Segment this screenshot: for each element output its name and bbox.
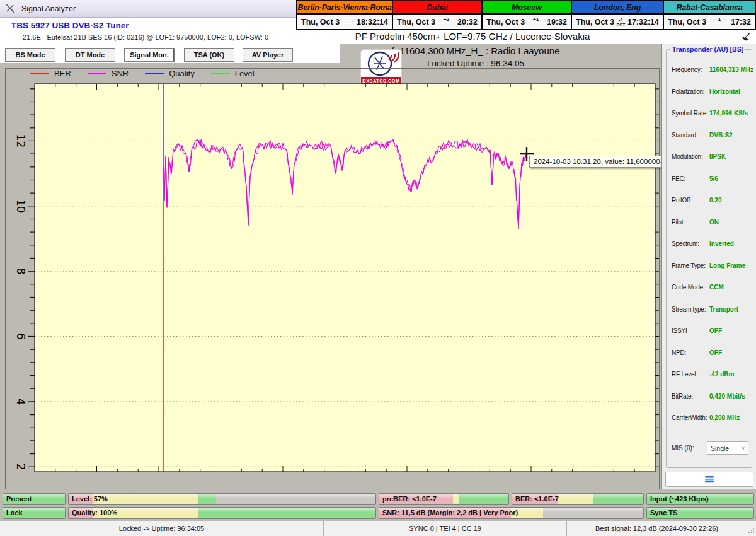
transponder-field-modulation: Modulation:8PSK	[672, 153, 748, 163]
legend-snr-label: SNR	[112, 69, 129, 78]
field-label: Modulation:	[672, 153, 707, 163]
status-lock-bar: Lock	[3, 507, 66, 519]
svg-text:4: 4	[14, 398, 27, 405]
field-label: Stream type:	[672, 306, 707, 316]
field-label: Polarization:	[672, 88, 707, 98]
field-value: CCM	[709, 284, 724, 294]
plot-area[interactable]	[35, 84, 655, 472]
clock-dubai: DubaiThu, Oct 3+220:32	[393, 1, 483, 29]
clock-moscow: MoscowThu, Oct 3+119:32	[483, 1, 572, 29]
field-label: RollOff:	[672, 197, 707, 207]
mis-label: MIS (0):	[672, 445, 707, 452]
field-value: OFF	[709, 327, 722, 337]
transponder-groupbox: Transponder (AU) [BS] Frequency:11604,31…	[666, 49, 752, 468]
y-axis-labels: 24681012	[14, 134, 27, 470]
legend-item-level: Level	[211, 69, 255, 78]
transponder-field-polarization: Polarization:Horizontal	[672, 88, 748, 98]
mis-row: MIS (0): Single ▾	[672, 441, 748, 455]
svg-text:12: 12	[14, 134, 27, 148]
field-value: Inverted	[709, 240, 734, 250]
transponder-field-issyi: ISSYIOFF	[672, 327, 748, 337]
field-value: Transport	[709, 306, 738, 316]
clock-dubai-date: Thu, Oct 3	[397, 18, 435, 26]
resize-grip[interactable]	[748, 528, 754, 534]
field-value: DVB-S2	[709, 132, 733, 142]
dish-info: PF Prodelin 450cm+ LOF=9.75 GHz / Lucene…	[277, 31, 668, 42]
clock-dubai-time: Thu, Oct 3+220:32	[393, 15, 481, 29]
clock-moscow-city: Moscow	[483, 1, 571, 15]
transponder-field-frametype: Frame Type:Long Frame	[672, 262, 748, 272]
transponder-field-rflevel: RF Level:-42 dBm	[672, 371, 748, 381]
field-value: 11604,313 MHz	[709, 66, 753, 76]
field-value: ON	[709, 219, 719, 229]
field-label: RF Level:	[672, 371, 707, 381]
transponder-field-fec: FEC:5/6	[672, 175, 748, 185]
transponder-field-rolloff: RollOff:0.20	[672, 197, 748, 207]
clock-rabat-clock: 17:32	[731, 18, 751, 26]
transponder-title: Transponder (AU) [BS]	[670, 45, 745, 53]
status-quality-bar: Quality: 100%	[68, 507, 376, 519]
mis-dropdown[interactable]: Single ▾	[707, 441, 748, 455]
field-value: 174,996 KS/s	[709, 110, 748, 120]
field-label: Standard:	[672, 132, 707, 142]
snr-chart[interactable]: 24681012	[5, 68, 660, 489]
clock-rabat-date: Thu, Oct 3	[668, 18, 706, 26]
field-value: 0,208 MHz	[709, 414, 740, 424]
statusbar-sync: SYNC 0 | TEI 4 | CC 19	[324, 521, 567, 536]
field-value: 5/6	[709, 175, 718, 185]
status-present-bar: Present	[3, 493, 66, 505]
transponder-field-spectrum: Spectrum:Inverted	[672, 240, 748, 250]
satellite-info: 21.6E - Eutelsat 21B SES 16 (ID: 0216) @…	[23, 33, 268, 41]
transponder-panel: Transponder (AU) [BS] Frequency:11604,31…	[662, 44, 756, 489]
clock-berlin-clock: 18:32:14	[357, 18, 388, 26]
clock-moscow-time: Thu, Oct 3+119:32	[483, 15, 571, 29]
clock-dubai-offset: +2	[444, 16, 449, 22]
svg-text:8: 8	[14, 268, 27, 275]
clock-moscow-offset: +1	[533, 16, 539, 22]
field-value: -42 dBm	[709, 371, 734, 381]
chart-legend: BERSNRQualityLevel	[30, 69, 255, 78]
clock-london: London, EngThu, Oct 3-1DST17:32:14	[572, 1, 664, 29]
field-value: OFF	[709, 349, 722, 359]
clock-london-offset: -1DST	[617, 18, 626, 27]
status-preber-bar: preBER: <1.0E-7	[379, 493, 509, 505]
field-value: 0,420 Mbit/s	[709, 393, 745, 403]
clock-berlin-time: Thu, Oct 318:32:14	[297, 15, 392, 29]
clock-rabat-offset: -1	[716, 16, 721, 22]
statusbar-best-signal: Best signal: 12,3 dB (2024-09-30 22:26)	[567, 521, 747, 536]
window-title: Signal Analyzer	[21, 4, 76, 13]
clock-london-clock: 17:32:14	[627, 18, 659, 26]
clock-moscow-clock: 19:32	[547, 18, 567, 26]
field-value: 8PSK	[709, 153, 726, 163]
status-ber-bar: BER: <1.0E-7	[512, 493, 644, 505]
field-label: FEC:	[672, 175, 707, 185]
status-syncts-bar: Sync TS	[646, 507, 754, 519]
status-level-bar: Level: 57%	[68, 493, 376, 505]
transponder-field-frequency: Frequency:11604,313 MHz	[672, 66, 748, 76]
tab-bs-mode[interactable]: BS Mode	[5, 48, 55, 62]
tab-dt-mode[interactable]: DT Mode	[65, 48, 115, 62]
legend-quality-label: Quality	[169, 69, 194, 78]
field-value: 0.20	[709, 197, 721, 207]
tab-av-player[interactable]: AV Player	[243, 48, 293, 62]
legend-level-line	[211, 73, 230, 74]
clock-berlin: Berlin-Paris-Vienna-RomaThu, Oct 318:32:…	[297, 1, 393, 29]
transponder-list-button[interactable]	[665, 472, 753, 487]
field-label: BitRate:	[672, 393, 707, 403]
clock-london-date: Thu, Oct 3	[576, 18, 614, 26]
legend-item-ber: BER	[30, 69, 71, 78]
statusbar-uptime: Locked -> Uptime: 96:34:05	[0, 521, 324, 536]
clock-rabat-city: Rabat-Casablanca	[664, 1, 755, 15]
transponder-field-bitrate: BitRate:0,420 Mbit/s	[672, 393, 748, 403]
clock-london-time: Thu, Oct 3-1DST17:32:14	[572, 15, 663, 29]
satellite-dish-icon	[741, 32, 751, 42]
transponder-field-pilot: Pilot:ON	[672, 219, 748, 229]
field-label: Frame Type:	[672, 262, 707, 272]
clock-moscow-date: Thu, Oct 3	[486, 18, 525, 26]
mis-selected-value: Single	[711, 445, 729, 452]
tab-signal-mon[interactable]: Signal Mon.	[124, 48, 175, 62]
field-label: Code Mode:	[672, 284, 707, 294]
field-label: Frequency:	[672, 66, 707, 76]
legend-item-quality: Quality	[145, 69, 194, 78]
tab-tsa[interactable]: TSA (OK)	[184, 48, 234, 62]
